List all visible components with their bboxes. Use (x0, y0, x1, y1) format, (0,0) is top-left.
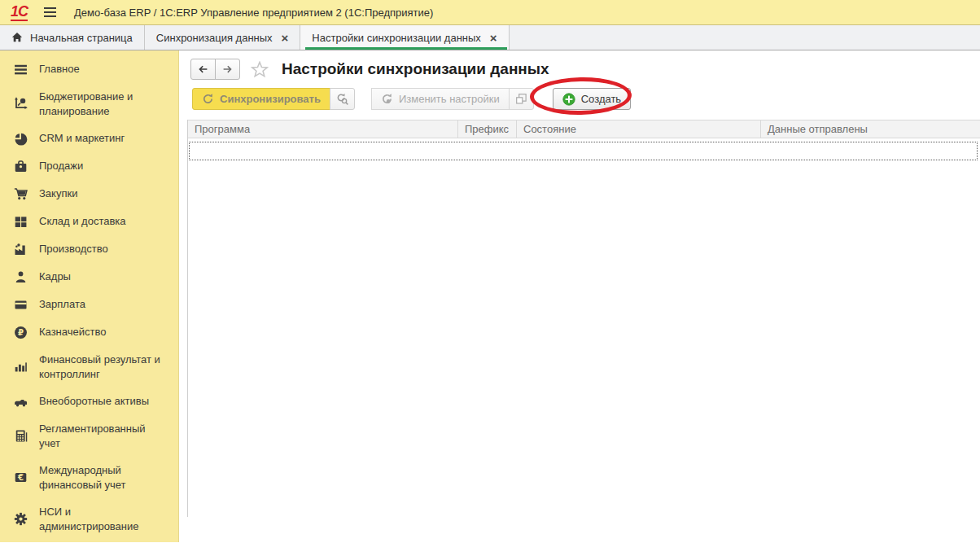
sidebar-item-label: Зарплата (39, 297, 168, 312)
bars-icon (13, 360, 28, 374)
forward-button[interactable] (215, 59, 240, 80)
window-title: Демо-база ERP / 1С:ERP Управление предпр… (74, 7, 433, 19)
person-icon (13, 269, 28, 284)
page-title: Настройки синхронизации данных (282, 60, 549, 78)
ruble-icon: ₽ (13, 325, 28, 339)
toolbar: Синхронизировать Изменить настройки Созд… (192, 88, 980, 110)
svg-text:€: € (17, 473, 24, 482)
column-header[interactable]: Состояние (517, 120, 761, 138)
svg-text:₽: ₽ (18, 328, 24, 337)
sidebar-item[interactable]: Склад и доставка (0, 208, 178, 235)
sidebar-item-label: Бюджетирование и планирование (39, 90, 168, 118)
sidebar-item-label: Кадры (39, 269, 168, 284)
favorite-star-icon[interactable] (251, 61, 269, 78)
cart-icon (13, 186, 28, 201)
sidebar-item-label: Международный финансовый учет (39, 463, 168, 492)
factory-icon (13, 242, 28, 256)
sidebar-item-label: Финансовый результат и контроллинг (39, 353, 168, 381)
back-button[interactable] (190, 59, 216, 80)
edit-settings-button-label: Изменить настройки (399, 93, 500, 105)
sidebar-item[interactable]: Регламентированный учет (0, 415, 178, 457)
table-header-row: ПрограммаПрефиксСостояниеДанные отправле… (188, 120, 980, 138)
sidebar-item[interactable]: CRM и маркетинг (0, 125, 178, 152)
sidebar-item-label: НСИ и администрирование (39, 505, 168, 533)
tab-label: Начальная страница (30, 32, 133, 44)
sidebar-item[interactable]: НСИ и администрирование (0, 498, 178, 540)
car-icon (13, 394, 28, 409)
column-header[interactable]: Данные отправлены (761, 120, 980, 138)
tab-label: Синхронизация данных (156, 32, 273, 44)
calculator-icon (13, 429, 28, 444)
open-in-window-button[interactable] (509, 88, 534, 110)
plus-circle-icon (562, 93, 575, 106)
blocks-icon (13, 214, 28, 229)
tab-bar: Начальная страницаСинхронизация данных×Н… (0, 25, 980, 50)
menu-icon (13, 62, 28, 77)
sync-settings-list: ПрограммаПрефиксСостояниеДанные отправле… (187, 120, 980, 517)
column-header[interactable]: Префикс (458, 120, 517, 138)
sync-icon (202, 93, 214, 105)
sidebar-item-label: Главное (39, 62, 168, 77)
sidebar-item[interactable]: Закупки (0, 180, 178, 208)
sidebar-item-label: Производство (39, 242, 168, 256)
sidebar-item[interactable]: ₽Казначейство (0, 318, 178, 346)
tab-close-icon[interactable]: × (282, 32, 289, 44)
1c-logo: 1С (11, 4, 28, 21)
sections-sidebar: ГлавноеБюджетирование и планированиеCRM … (0, 50, 179, 542)
main-content: Настройки синхронизации данных Синхрониз… (179, 50, 980, 542)
tab-3[interactable]: Настройки синхронизации данных× (300, 25, 509, 50)
tab-label: Настройки синхронизации данных (312, 32, 481, 44)
create-button[interactable]: Создать (553, 88, 631, 110)
synchronize-button[interactable]: Синхронизировать (192, 88, 330, 110)
tab-2[interactable]: Синхронизация данных× (145, 25, 301, 50)
sidebar-item-label: Склад и доставка (39, 214, 168, 229)
sidebar-item[interactable]: Продажи (0, 152, 178, 180)
sync-edit-icon (381, 93, 393, 105)
sidebar-item[interactable]: €Международный финансовый учет (0, 457, 178, 498)
pie-icon (13, 131, 28, 146)
tab-close-icon[interactable]: × (490, 32, 497, 44)
sidebar-item[interactable]: Финансовый результат и контроллинг (0, 346, 178, 388)
card-icon (13, 297, 28, 312)
sidebar-item-label: Внеоборотные активы (39, 394, 168, 409)
planning-icon (13, 97, 28, 112)
sidebar-item[interactable]: Главное (0, 55, 178, 83)
main-menu-icon[interactable] (44, 7, 56, 17)
sidebar-item-label: Продажи (39, 159, 168, 173)
open-window-icon (515, 93, 527, 105)
create-button-label: Создать (581, 93, 621, 105)
sidebar-item[interactable]: Производство (0, 235, 178, 263)
synchronize-button-label: Синхронизировать (220, 93, 321, 105)
home-icon (11, 32, 23, 43)
sidebar-item-label: Закупки (39, 186, 168, 201)
titlebar: 1С Демо-база ERP / 1С:ERP Управление пре… (0, 0, 980, 25)
column-header[interactable]: Программа (188, 120, 458, 138)
sidebar-item-label: Казначейство (39, 325, 168, 339)
sync-with-options-button[interactable] (330, 88, 355, 110)
navigation-row: Настройки синхронизации данных (190, 58, 980, 81)
sidebar-item[interactable]: Кадры (0, 263, 178, 291)
briefcase-icon (13, 159, 28, 173)
sidebar-item[interactable]: Внеоборотные активы (0, 388, 178, 415)
sidebar-item[interactable]: Зарплата (0, 291, 178, 318)
edit-settings-button[interactable]: Изменить настройки (371, 88, 510, 110)
sidebar-item-label: CRM и маркетинг (39, 131, 168, 146)
sidebar-item-label: Регламентированный учет (39, 422, 168, 450)
euro-icon: € (13, 471, 28, 485)
sync-search-icon (336, 93, 348, 105)
empty-table-row[interactable] (189, 142, 978, 160)
tab-1[interactable]: Начальная страница (0, 25, 145, 50)
sidebar-item[interactable]: Бюджетирование и планирование (0, 83, 178, 125)
gear-icon (13, 512, 28, 527)
